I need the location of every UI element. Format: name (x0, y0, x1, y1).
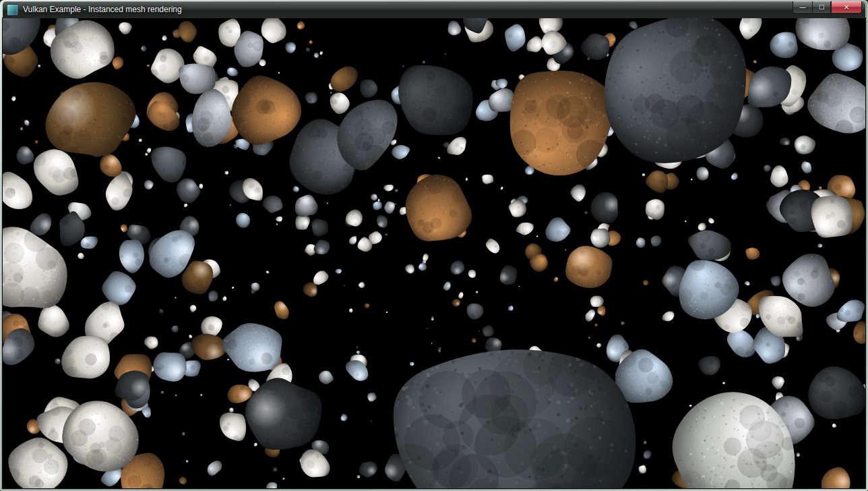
app-window: Vulkan Example - Instanced mesh renderin… (0, 0, 868, 491)
minimize-button[interactable]: — (793, 1, 812, 13)
client-area (3, 18, 865, 488)
close-icon: × (843, 3, 849, 11)
title-bar[interactable]: Vulkan Example - Instanced mesh renderin… (3, 1, 865, 18)
maximize-button[interactable]: □ (812, 1, 831, 13)
window-title: Vulkan Example - Instanced mesh renderin… (23, 1, 863, 18)
app-icon[interactable] (7, 4, 18, 16)
close-button[interactable]: × (831, 1, 862, 13)
minimize-icon: — (799, 4, 806, 11)
window-controls: — □ × (793, 1, 862, 13)
render-viewport[interactable] (3, 18, 865, 488)
maximize-icon: □ (819, 4, 825, 10)
